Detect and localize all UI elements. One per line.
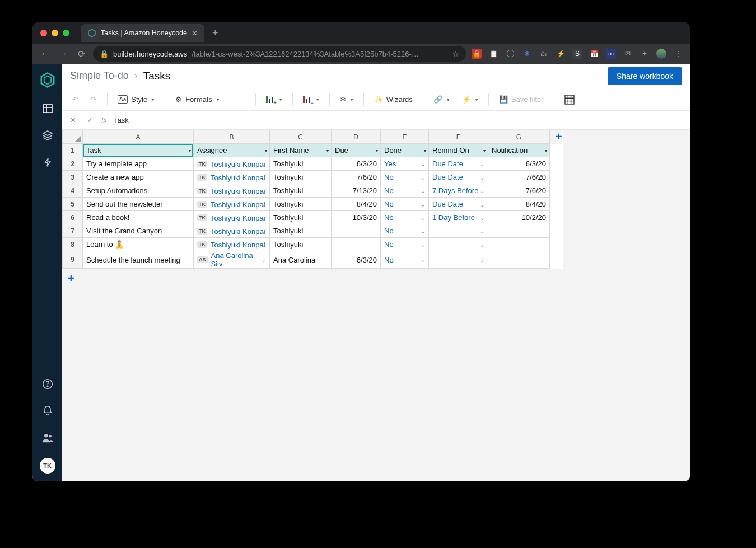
cell-task[interactable]: Setup Automations xyxy=(83,184,194,198)
field-header[interactable]: Done▾ xyxy=(381,144,429,157)
cell-first-name[interactable]: Toshiyuki xyxy=(270,171,332,184)
automation-trigger-button[interactable]: ⚡▾ xyxy=(458,93,483,106)
extension-icon[interactable]: S xyxy=(572,49,582,59)
cell-due[interactable]: 7/6/20 xyxy=(332,171,381,184)
field-header[interactable]: Notification▾ xyxy=(488,144,550,157)
cell-assignee[interactable]: TKToshiyuki Konpai⌄ xyxy=(194,238,270,251)
add-column-button[interactable]: + xyxy=(550,130,562,143)
profile-avatar-icon[interactable] xyxy=(656,49,666,59)
layers-icon[interactable] xyxy=(41,129,54,142)
extension-icon[interactable]: ✉ xyxy=(623,49,633,59)
field-header[interactable]: Due▾ xyxy=(332,144,381,157)
col-header[interactable]: B xyxy=(194,130,270,144)
browser-tab[interactable]: Tasks | Amazon Honeycode ✕ xyxy=(81,24,204,42)
back-button[interactable]: ← xyxy=(39,49,52,59)
cell-first-name[interactable]: Toshiyuki xyxy=(270,211,332,224)
cell-task[interactable]: Learn to 🧘 xyxy=(83,238,194,251)
cell-notification[interactable] xyxy=(488,251,550,269)
undo-button[interactable]: ↶ xyxy=(68,93,83,106)
style-dropdown[interactable]: Aa Style▾ xyxy=(113,93,159,106)
breadcrumb-root[interactable]: Simple To-do xyxy=(70,70,129,82)
cell-task[interactable]: Send out the newsletter xyxy=(83,198,194,211)
grid-view-button[interactable] xyxy=(560,92,579,107)
cell-done[interactable]: No⌄ xyxy=(381,224,429,238)
cell-notification[interactable]: 7/6/20 xyxy=(488,184,550,198)
field-header[interactable]: Remind On▾ xyxy=(429,144,488,157)
cell-done[interactable]: No⌄ xyxy=(381,171,429,184)
cell-task[interactable]: Create a new app xyxy=(83,171,194,184)
bookmark-star-icon[interactable]: ☆ xyxy=(452,50,459,58)
cell-due[interactable]: 7/13/20 xyxy=(332,184,381,198)
reload-button[interactable]: ⟳ xyxy=(75,49,87,59)
link-settings-button[interactable]: 🔗▾ xyxy=(429,93,454,106)
cell-remind-on[interactable]: ⌄ xyxy=(429,251,488,269)
cell-assignee[interactable]: TKToshiyuki Konpai⌄ xyxy=(194,157,270,171)
redo-button[interactable]: ↷ xyxy=(86,93,101,106)
minimize-window-icon[interactable] xyxy=(52,30,58,36)
extension-icon[interactable]: 📅 xyxy=(589,49,599,59)
cell-assignee[interactable]: TKToshiyuki Konpai⌄ xyxy=(194,184,270,198)
extension-icon[interactable]: oc xyxy=(606,49,616,59)
maximize-window-icon[interactable] xyxy=(63,30,69,36)
close-tab-icon[interactable]: ✕ xyxy=(192,29,198,38)
cell-remind-on[interactable]: ⌄ xyxy=(429,238,488,251)
row-header[interactable]: 6 xyxy=(63,211,83,224)
cell-first-name[interactable]: Toshiyuki xyxy=(270,198,332,211)
cell-remind-on[interactable]: Due Date⌄ xyxy=(429,157,488,171)
cell-first-name[interactable]: Toshiyuki xyxy=(270,238,332,251)
cell-assignee[interactable]: TKToshiyuki Konpai⌄ xyxy=(194,224,270,238)
cell-task[interactable]: Try a template app xyxy=(83,157,194,171)
extension-icon[interactable]: 🗂 xyxy=(539,49,549,59)
cell-due[interactable]: 8/4/20 xyxy=(332,198,381,211)
formats-dropdown[interactable]: ⚙ Formats▾ xyxy=(171,93,224,106)
forward-button[interactable]: → xyxy=(57,49,69,59)
col-header[interactable]: E xyxy=(381,130,429,144)
col-header[interactable]: C xyxy=(270,130,332,144)
cell-notification[interactable] xyxy=(488,238,550,251)
cell-notification[interactable]: 7/6/20 xyxy=(488,171,550,184)
cell-done[interactable]: No⌄ xyxy=(381,238,429,251)
address-bar[interactable]: 🔒 builder.honeycode.aws/table/1-us-west-… xyxy=(93,46,466,62)
cell-first-name[interactable]: Toshiyuki xyxy=(270,157,332,171)
cell-task[interactable]: Schedule the launch meeting xyxy=(83,251,194,269)
cell-due[interactable]: 6/3/20 xyxy=(332,157,381,171)
cancel-formula-icon[interactable]: ✕ xyxy=(68,116,78,124)
row-header[interactable]: 9 xyxy=(63,251,83,269)
cell-notification[interactable] xyxy=(488,224,550,238)
honeycode-logo-icon[interactable] xyxy=(39,72,56,88)
automations-icon[interactable] xyxy=(41,156,54,169)
insert-column-button[interactable]: + ▾ xyxy=(262,93,287,106)
extension-icon[interactable]: ⚡ xyxy=(556,49,566,59)
col-header[interactable]: G xyxy=(488,130,550,144)
col-header[interactable]: F xyxy=(429,130,488,144)
close-window-icon[interactable] xyxy=(40,30,47,36)
delete-column-button[interactable]: − ▾ xyxy=(298,93,324,106)
cell-due[interactable] xyxy=(332,224,381,238)
extension-icon[interactable]: 📋 xyxy=(488,49,498,59)
spreadsheet-grid[interactable]: A B C D E F G + 1 Task▾ Assignee▾ First … xyxy=(62,130,690,481)
tables-icon[interactable] xyxy=(41,102,54,115)
row-header[interactable]: 3 xyxy=(63,171,83,184)
bell-icon[interactable] xyxy=(41,404,54,418)
cell-first-name[interactable]: Toshiyuki xyxy=(270,184,332,198)
cell-done[interactable]: Yes⌄ xyxy=(381,157,429,171)
cell-task[interactable]: Read a book! xyxy=(83,211,194,224)
extension-icon[interactable]: 🔒 xyxy=(472,49,482,59)
field-header[interactable]: Assignee▾ xyxy=(194,144,270,157)
wizards-button[interactable]: ✨Wizards xyxy=(370,93,417,106)
cell-due[interactable]: 10/3/20 xyxy=(332,211,381,224)
cell-remind-on[interactable]: Due Date⌄ xyxy=(429,171,488,184)
cell-remind-on[interactable]: 1 Day Before⌄ xyxy=(429,211,488,224)
cell-due[interactable]: 6/3/20 xyxy=(332,251,381,269)
cell-done[interactable]: No⌄ xyxy=(381,198,429,211)
accept-formula-icon[interactable]: ✓ xyxy=(85,116,95,124)
row-header[interactable]: 5 xyxy=(63,198,83,211)
select-all-corner[interactable] xyxy=(63,130,83,144)
chrome-menu-icon[interactable]: ⋮ xyxy=(673,49,683,59)
cell-done[interactable]: No⌄ xyxy=(381,184,429,198)
cell-assignee[interactable]: ASAna Carolina Silv⌄ xyxy=(194,251,270,269)
cell-notification[interactable]: 6/3/20 xyxy=(488,157,550,171)
new-tab-button[interactable]: + xyxy=(207,27,224,39)
cell-assignee[interactable]: TKToshiyuki Konpai⌄ xyxy=(194,171,270,184)
cell-due[interactable] xyxy=(332,238,381,251)
